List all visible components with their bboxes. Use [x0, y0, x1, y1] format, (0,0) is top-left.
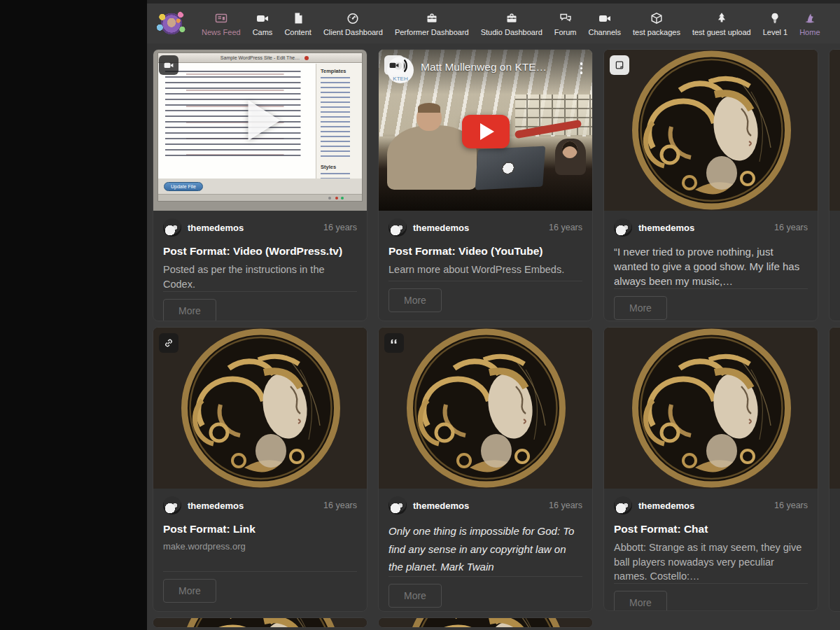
youtube-video-title[interactable]: Matt Mullenweg on KTE…	[421, 61, 572, 74]
wp-template-list	[321, 77, 358, 160]
post-card-quote: themedemos 16 years Only one thing is im…	[378, 327, 593, 612]
post-timestamp: 16 years	[549, 223, 582, 232]
nav-label: Channels	[589, 28, 621, 36]
more-button[interactable]: More	[388, 584, 442, 608]
post-card-video-youtube: KTEH Matt Mullenweg on KTE… themedemos	[378, 49, 593, 321]
chat-bubbles-icon	[559, 11, 573, 25]
nav-label: Content	[284, 28, 312, 36]
nav-item-home[interactable]: Home	[799, 11, 820, 36]
post-title[interactable]: Post Format: Link	[163, 522, 357, 536]
more-button[interactable]: More	[614, 296, 667, 320]
nav-item-news-feed[interactable]: News Feed	[202, 11, 241, 36]
nav-item-test-packages[interactable]: test packages	[633, 11, 680, 36]
briefcase-icon	[505, 11, 519, 25]
post-thumbnail-wordpress-video[interactable]: Sample WordPress Site - Edit The… Templa…	[153, 50, 367, 211]
post-timestamp: 16 years	[323, 223, 357, 232]
post-thumbnail-medallion	[830, 328, 840, 489]
nav-label: Level 1	[763, 28, 788, 36]
post-footer: More	[163, 291, 357, 321]
kebab-menu-icon[interactable]	[578, 61, 586, 76]
post-thumbnail-medallion	[153, 618, 367, 628]
feed-column-1: Sample WordPress Site - Edit The… Templa…	[153, 49, 368, 628]
post-timestamp: 16 years	[323, 500, 357, 510]
post-card-clipped[interactable]	[829, 327, 840, 612]
nav-item-content[interactable]: Content	[284, 11, 312, 36]
nav-item-studio-dashboard[interactable]: Studio Dashboard	[481, 11, 542, 36]
top-nav-bar: News Feed Cams Content Client Dashboard …	[147, 4, 840, 43]
quote-format-badge	[384, 333, 404, 353]
post-thumbnail-medallion[interactable]	[153, 328, 367, 489]
post-card-status: themedemos 16 years “I never tried to pr…	[603, 49, 818, 321]
play-button-overlay[interactable]	[248, 100, 280, 141]
post-footer: More	[388, 281, 582, 312]
post-thumbnail-medallion	[379, 618, 592, 628]
quote-icon	[388, 337, 400, 349]
yt-scene-laptop	[475, 146, 546, 190]
author-name[interactable]: themedemos	[188, 223, 244, 233]
author-name[interactable]: themedemos	[413, 223, 469, 233]
author-name[interactable]: themedemos	[638, 223, 694, 233]
feed-column-4	[829, 49, 840, 612]
post-title[interactable]: Post Format: Chat	[614, 522, 808, 536]
nav-item-performer-dashboard[interactable]: Performer Dashboard	[395, 11, 469, 36]
post-card-clipped[interactable]	[829, 49, 840, 321]
yt-scene-woman	[555, 139, 586, 175]
youtube-play-button[interactable]	[462, 115, 510, 148]
youtube-overlay-bar: KTEH Matt Mullenweg on KTE…	[379, 50, 592, 94]
post-thumbnail-medallion[interactable]	[604, 50, 818, 211]
video-camera-icon	[388, 59, 400, 71]
medallion-artwork	[379, 328, 592, 489]
nav-label: Cams	[253, 28, 273, 36]
feed-column-3: themedemos 16 years “I never tried to pr…	[603, 49, 818, 611]
author-avatar[interactable]	[388, 496, 407, 514]
author-avatar[interactable]	[163, 496, 181, 514]
post-title[interactable]: Post Format: Video (WordPress.tv)	[163, 244, 357, 258]
author-avatar[interactable]	[614, 496, 632, 514]
post-excerpt: Posted as per the instructions in the Co…	[163, 262, 357, 291]
post-card-partial[interactable]	[153, 617, 368, 628]
medallion-artwork	[604, 328, 818, 489]
post-body: themedemos 16 years “I never tried to pr…	[604, 211, 818, 321]
nav-item-channels[interactable]: Channels	[589, 11, 621, 36]
wp-window-titlebar: Sample WordPress Site - Edit The…	[158, 53, 362, 63]
briefcase-icon	[425, 11, 439, 25]
post-card-partial[interactable]	[378, 617, 593, 628]
post-thumbnail-medallion[interactable]	[379, 328, 592, 489]
post-thumbnail-youtube-video[interactable]: KTEH Matt Mullenweg on KTE…	[379, 50, 592, 211]
video-format-badge	[384, 55, 404, 75]
author-avatar[interactable]	[388, 218, 407, 237]
post-card-video-wordpress: Sample WordPress Site - Edit The… Templa…	[153, 49, 368, 321]
feed-column-2: KTEH Matt Mullenweg on KTE… themedemos	[378, 49, 593, 628]
nav-label: Forum	[554, 28, 577, 36]
gauge-icon	[346, 11, 360, 25]
post-body: themedemos 16 years Post Format: Chat Ab…	[604, 489, 818, 610]
more-button[interactable]: More	[614, 591, 667, 611]
nav-item-forum[interactable]: Forum	[554, 11, 577, 36]
post-excerpt: “I never tried to prove nothing, just wa…	[614, 244, 808, 288]
nav-item-cams[interactable]: Cams	[253, 11, 273, 36]
more-button[interactable]: More	[163, 579, 216, 603]
author-name[interactable]: themedemos	[638, 500, 694, 511]
nav-item-level[interactable]: Level 1	[763, 11, 788, 36]
author-name[interactable]: themedemos	[188, 500, 244, 511]
wp-update-file-button[interactable]: Update File	[164, 182, 203, 191]
link-icon	[163, 337, 174, 349]
post-timestamp: 16 years	[774, 223, 808, 232]
more-button[interactable]: More	[388, 288, 442, 312]
post-title[interactable]: Post Format: Video (YouTube)	[388, 244, 582, 258]
author-avatar[interactable]	[614, 218, 632, 237]
nav-item-test-guest-upload[interactable]: test guest upload	[692, 11, 751, 36]
post-thumbnail-medallion[interactable]	[604, 328, 818, 489]
medallion-artwork	[830, 328, 840, 489]
medallion-artwork	[830, 50, 840, 211]
more-button[interactable]: More	[163, 299, 216, 321]
post-card-chat: themedemos 16 years Post Format: Chat Ab…	[603, 327, 818, 611]
wp-templates-sidebar: Templates Styles	[316, 64, 362, 178]
author-avatar[interactable]	[163, 218, 181, 237]
play-icon	[480, 123, 494, 140]
post-body: themedemos 16 years Post Format: Video (…	[153, 211, 367, 321]
user-avatar[interactable]	[156, 8, 187, 39]
author-name[interactable]: themedemos	[413, 500, 469, 511]
post-excerpt: Abbott: Strange as it may seem, they giv…	[614, 540, 808, 583]
nav-item-client-dashboard[interactable]: Client Dashboard	[323, 11, 383, 36]
